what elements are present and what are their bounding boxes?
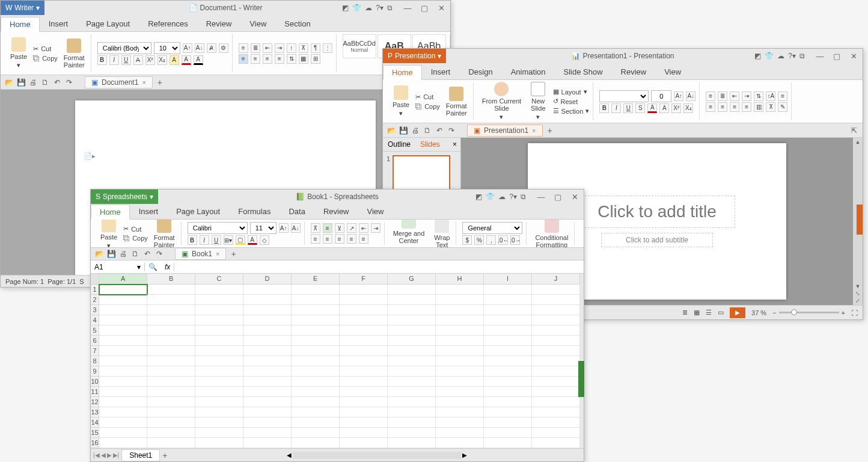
- cell-J3[interactable]: [532, 305, 580, 315]
- row-header-2[interactable]: 2: [91, 295, 99, 305]
- justify-button[interactable]: ≡: [742, 102, 751, 112]
- cell-J6[interactable]: [532, 336, 580, 346]
- row-header-4[interactable]: 4: [91, 315, 99, 325]
- reset-button[interactable]: ↺ Reset: [553, 97, 590, 105]
- zoom-in-icon[interactable]: +: [842, 309, 845, 316]
- settings-icon[interactable]: ⚙: [219, 43, 228, 53]
- tab-formulas[interactable]: Formulas: [229, 204, 280, 219]
- cell-I9[interactable]: [484, 366, 532, 377]
- detach-icon[interactable]: ⧉: [799, 52, 805, 60]
- save-icon[interactable]: 💾: [399, 126, 408, 135]
- cell-H7[interactable]: [436, 346, 484, 356]
- row-header-5[interactable]: 5: [91, 325, 99, 336]
- cell-J2[interactable]: [532, 295, 580, 305]
- paragraph-button[interactable]: ¶: [311, 43, 320, 53]
- cell-F3[interactable]: [340, 305, 388, 315]
- cell-B6[interactable]: [147, 336, 195, 346]
- indent-inc-button[interactable]: ⇥: [371, 223, 381, 233]
- cell-E11[interactable]: [292, 387, 340, 397]
- cell-A10[interactable]: [99, 377, 147, 387]
- doc-tab-document1[interactable]: ▣ Document1 ×: [85, 76, 153, 88]
- cell-H12[interactable]: [436, 397, 484, 407]
- save-icon[interactable]: 💾: [106, 249, 116, 259]
- undo-icon[interactable]: ↶: [52, 78, 62, 87]
- cell-G15[interactable]: [388, 428, 436, 438]
- cell-J11[interactable]: [532, 387, 580, 397]
- col-header-J[interactable]: J: [532, 274, 580, 285]
- cloud-icon[interactable]: ☁: [498, 192, 506, 201]
- cell-J4[interactable]: [532, 315, 580, 325]
- cell-E7[interactable]: [292, 346, 340, 356]
- print-preview-icon[interactable]: 🗋: [130, 249, 140, 259]
- bullets-button[interactable]: ≡: [239, 43, 248, 53]
- tab-design[interactable]: Design: [459, 64, 501, 79]
- align-center-button[interactable]: ≡: [251, 54, 260, 64]
- shading-button[interactable]: ▦: [299, 54, 308, 64]
- print-icon[interactable]: 🖨: [411, 126, 420, 135]
- cell-A11[interactable]: [99, 387, 147, 397]
- underline-button[interactable]: U: [121, 55, 131, 65]
- valign-top-button[interactable]: ⊼: [311, 223, 320, 233]
- cell-E16[interactable]: [292, 438, 340, 448]
- cell-D6[interactable]: [243, 336, 292, 346]
- cell-A9[interactable]: [99, 366, 147, 377]
- underline-button[interactable]: U: [623, 103, 633, 113]
- shirt-icon[interactable]: 👕: [765, 52, 774, 60]
- cell-G3[interactable]: [388, 305, 436, 315]
- cell-J8[interactable]: [532, 356, 580, 366]
- tab-home[interactable]: Home: [91, 205, 130, 220]
- cell-H16[interactable]: [436, 438, 484, 448]
- font-size-select[interactable]: 10: [154, 42, 180, 54]
- cell-J10[interactable]: [532, 377, 580, 387]
- cell-H4[interactable]: [436, 315, 484, 325]
- cell-F1[interactable]: [340, 285, 388, 295]
- skin-icon[interactable]: ◩: [475, 192, 482, 201]
- cell-B9[interactable]: [147, 366, 195, 377]
- cell-C12[interactable]: [195, 397, 243, 407]
- cell-F2[interactable]: [340, 295, 388, 305]
- col-header-D[interactable]: D: [243, 274, 292, 285]
- tab-slide-show[interactable]: Slide Show: [554, 64, 611, 79]
- help-icon[interactable]: ?▾: [509, 192, 517, 201]
- tab-view[interactable]: View: [655, 64, 690, 79]
- cell-E15[interactable]: [292, 428, 340, 438]
- tab-home[interactable]: Home: [1, 17, 40, 32]
- align-top-button[interactable]: ⊼: [299, 43, 308, 53]
- cell-F11[interactable]: [340, 387, 388, 397]
- cell-D7[interactable]: [243, 346, 292, 356]
- cell-C13[interactable]: [195, 407, 243, 417]
- cell-F7[interactable]: [340, 346, 388, 356]
- cell-A7[interactable]: [99, 346, 147, 356]
- row-header-16[interactable]: 16: [91, 438, 99, 448]
- cell-H11[interactable]: [436, 387, 484, 397]
- close-tab-icon[interactable]: ×: [532, 127, 536, 134]
- cell-C3[interactable]: [195, 305, 243, 315]
- cell-A8[interactable]: [99, 356, 147, 366]
- help-icon[interactable]: ?▾: [788, 52, 796, 60]
- valign-mid-button[interactable]: ≡: [323, 223, 332, 233]
- bold-button[interactable]: B: [188, 235, 197, 245]
- row-header-11[interactable]: 11: [91, 387, 99, 397]
- tab-references[interactable]: References: [139, 16, 197, 31]
- sorter-view-icon[interactable]: ▦: [694, 309, 700, 316]
- clear-format-icon[interactable]: A̷: [207, 43, 216, 53]
- shirt-icon[interactable]: 👕: [486, 192, 495, 201]
- cell-I13[interactable]: [484, 407, 532, 417]
- cell-D10[interactable]: [243, 377, 292, 387]
- cell-E8[interactable]: [292, 356, 340, 366]
- increase-decimal-button[interactable]: .0←: [498, 235, 508, 245]
- show-marks-button[interactable]: ⋮: [323, 43, 332, 53]
- subscript-button[interactable]: X₂: [683, 103, 693, 113]
- tab-page-layout[interactable]: Page Layout: [167, 204, 229, 219]
- cell-F12[interactable]: [340, 397, 388, 407]
- columns-button[interactable]: ▥: [754, 102, 763, 112]
- zoom-slider[interactable]: − +: [772, 309, 845, 316]
- cell-C16[interactable]: [195, 438, 243, 448]
- maximize-button[interactable]: ▢: [551, 191, 564, 202]
- cell-D13[interactable]: [243, 407, 292, 417]
- cell-C15[interactable]: [195, 428, 243, 438]
- row-header-1[interactable]: 1: [91, 285, 99, 295]
- cell-A4[interactable]: [99, 315, 147, 325]
- add-tab-button[interactable]: +: [228, 249, 238, 259]
- undo-icon[interactable]: ↶: [142, 249, 152, 259]
